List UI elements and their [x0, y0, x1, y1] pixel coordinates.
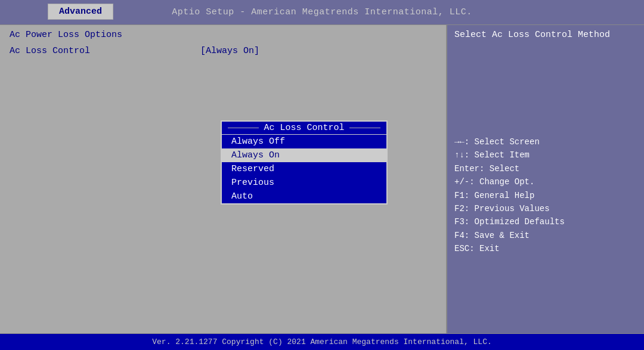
key-help-line: ESC: Exit — [454, 242, 637, 255]
footer-text: Ver. 2.21.1277 Copyright (C) 2021 Americ… — [152, 337, 492, 346]
tab-advanced[interactable]: Advanced — [48, 4, 113, 20]
popup-item[interactable]: Auto — [222, 190, 386, 203]
popup-titlebar: Ac Loss Control — [222, 122, 386, 135]
key-help-line: →←: Select Screen — [454, 135, 637, 148]
popup-item[interactable]: Always On — [222, 148, 386, 162]
popup-title-line-left — [228, 128, 259, 128]
ac-loss-control-popup: Ac Loss Control Always OffAlways OnReser… — [221, 120, 388, 205]
key-help-line: F2: Previous Values — [454, 202, 637, 215]
left-panel: Ac Power Loss Options Ac Loss Control [A… — [0, 25, 446, 333]
key-help-line: F3: Optimized Defaults — [454, 215, 637, 228]
main-area: Ac Power Loss Options Ac Loss Control [A… — [0, 25, 644, 333]
key-help-line: F4: Save & Exit — [454, 229, 637, 242]
key-help-line: Enter: Select — [454, 162, 637, 175]
ac-loss-label: Ac Loss Control — [10, 46, 200, 56]
popup-item[interactable]: Always Off — [222, 135, 386, 148]
key-help-line: +/-: Change Opt. — [454, 175, 637, 188]
ac-loss-value: [Always On] — [200, 46, 259, 56]
key-help-line: ↑↓: Select Item — [454, 148, 637, 162]
section-title: Ac Power Loss Options — [10, 30, 436, 40]
popup-title-line-right — [349, 128, 380, 128]
popup-item[interactable]: Reserved — [222, 162, 386, 176]
help-title: Select Ac Loss Control Method — [454, 30, 637, 40]
header-title: Aptio Setup - American Megatrends Intern… — [172, 7, 472, 17]
key-help-line: F1: General Help — [454, 189, 637, 202]
footer-bar: Ver. 2.21.1277 Copyright (C) 2021 Americ… — [0, 333, 644, 350]
header-bar: Advanced Aptio Setup - American Megatren… — [0, 0, 644, 25]
ac-loss-row: Ac Loss Control [Always On] — [10, 46, 436, 56]
key-help-section: →←: Select Screen↑↓: Select ItemEnter: S… — [454, 135, 637, 256]
right-panel: Select Ac Loss Control Method →←: Select… — [447, 25, 644, 333]
popup-items-list: Always OffAlways OnReservedPreviousAuto — [222, 135, 386, 203]
popup-title-text: Ac Loss Control — [259, 123, 349, 133]
popup-item[interactable]: Previous — [222, 176, 386, 190]
